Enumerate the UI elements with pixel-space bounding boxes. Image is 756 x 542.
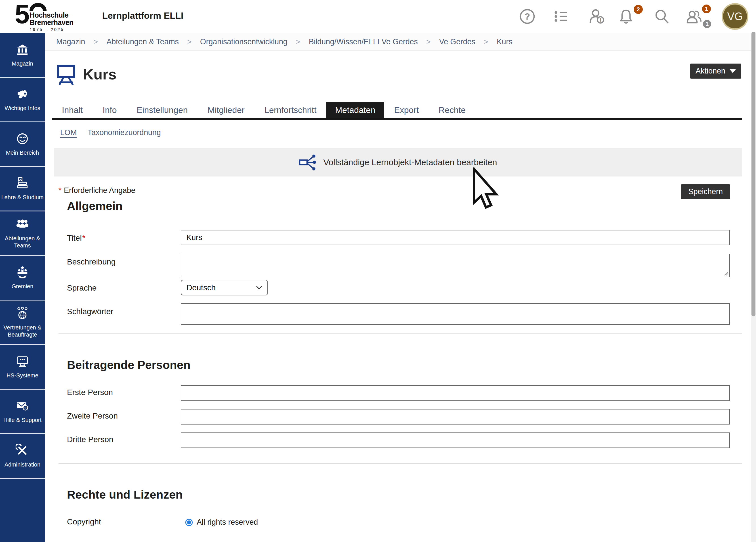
breadcrumb-item[interactable]: Kurs: [497, 37, 513, 46]
breadcrumb-separator: >: [484, 37, 488, 46]
avatar[interactable]: VG: [722, 3, 748, 30]
user-status-icon[interactable]: !: [589, 8, 606, 25]
required-hint: Erforderliche Angabe: [64, 186, 135, 195]
sidebar-item-hs-systeme[interactable]: HS-Systeme: [0, 345, 45, 390]
hochschule-bremerhaven-logo[interactable]: 5 Hochschule Bremerhaven 1975 – 2025: [15, 3, 73, 32]
logo-arch-zero: [30, 3, 47, 11]
section-divider: [58, 333, 742, 334]
required-asterisk: *: [58, 186, 62, 195]
breadcrumb-item[interactable]: Magazin: [56, 37, 85, 46]
tab-mitglieder[interactable]: Mitglieder: [198, 102, 255, 118]
field-label-titel: Titel*: [67, 230, 181, 245]
contacts-badge-bottom: 1: [703, 20, 711, 28]
sidebar-item-mein-bereich[interactable]: Mein Bereich: [0, 122, 45, 167]
contacts-icon[interactable]: [686, 8, 703, 25]
erste-person-input[interactable]: [181, 385, 730, 401]
sidebar-item-lehre-studium[interactable]: Lehre & Studium: [0, 167, 45, 211]
tab-bar: Inhalt Info Einstellungen Mitglieder Ler…: [52, 102, 742, 120]
titel-input[interactable]: [181, 230, 730, 245]
scrollbar-thumb[interactable]: [751, 32, 755, 316]
breadcrumb-item[interactable]: Organisationsentwicklung: [200, 37, 287, 46]
tab-info[interactable]: Info: [93, 102, 127, 118]
sidebar-item-label: Wichtige Infos: [5, 105, 40, 112]
svg-text:?: ?: [24, 406, 26, 410]
content-area: Magazin > Abteilungen & Teams > Organisa…: [45, 33, 756, 542]
sidebar-item-label: Administration: [5, 461, 41, 468]
field-label-schlagwoerter: Schlagwörter: [67, 303, 181, 325]
top-header-bar: 5 Hochschule Bremerhaven 1975 – 2025 Ler…: [0, 0, 756, 33]
sidebar: Magazin Wichtige Infos Mein Bereich Lehr…: [0, 33, 45, 542]
logo-years: 1975 – 2025: [30, 27, 73, 32]
breadcrumb-separator: >: [296, 37, 300, 46]
tab-rechte[interactable]: Rechte: [429, 102, 476, 118]
mouse-cursor: [472, 167, 499, 213]
logo-50-number: 5: [15, 3, 28, 32]
beschreibung-textarea[interactable]: [181, 254, 730, 277]
bell-badge: 2: [634, 5, 643, 14]
sidebar-item-label: Mein Bereich: [6, 149, 39, 156]
contacts-badge-top: 1: [702, 5, 711, 13]
app-root: 5 Hochschule Bremerhaven 1975 – 2025 Ler…: [0, 0, 756, 542]
course-board-icon: [57, 65, 75, 86]
sidebar-item-administration[interactable]: Administration: [0, 434, 45, 479]
svg-text:?: ?: [524, 11, 530, 22]
tab-lernfortschritt[interactable]: Lernfortschritt: [255, 102, 326, 118]
breadcrumb-item[interactable]: Abteilungen & Teams: [106, 37, 179, 46]
tab-einstellungen[interactable]: Einstellungen: [127, 102, 198, 118]
metadata-banner[interactable]: Vollständige Lernobjekt-Metadaten bearbe…: [54, 148, 742, 177]
sidebar-item-hilfe-support[interactable]: ? Hilfe & Support: [0, 390, 45, 434]
field-label-sprache: Sprache: [67, 280, 181, 295]
breadcrumb-item[interactable]: Ve Gerdes: [439, 37, 475, 46]
sidebar-item-label: Lehre & Studium: [1, 194, 44, 201]
app-title: Lernplattform ELLI: [102, 10, 183, 21]
save-button[interactable]: Speichern: [681, 184, 730, 199]
subtab-taxonomiezuordnung[interactable]: Taxonomiezuordnung: [88, 128, 161, 138]
list-menu-icon[interactable]: [552, 8, 569, 25]
sidebar-item-vertretungen[interactable]: Vertretungen & Beauftragte: [0, 301, 45, 345]
schlagwoerter-input[interactable]: [181, 303, 730, 325]
zweite-person-input[interactable]: [181, 409, 730, 425]
scrollbar-track[interactable]: [751, 32, 756, 542]
section-title-beitragende: Beitragende Personen: [54, 359, 742, 371]
breadcrumb-separator: >: [94, 37, 98, 46]
field-label-dritte-person: Dritte Person: [67, 432, 181, 448]
page-title: Kurs: [83, 66, 116, 83]
notifications-bell-icon[interactable]: [618, 8, 635, 25]
help-icon[interactable]: ?: [519, 8, 536, 25]
actions-button[interactable]: Aktionen: [690, 64, 741, 79]
breadcrumb-item[interactable]: Bildung/Wissen/ELLI Ve Gerdes: [309, 37, 418, 46]
sidebar-item-label: Vertretungen & Beauftragte: [1, 324, 44, 338]
actions-button-label: Aktionen: [696, 67, 725, 75]
sidebar-item-gremien[interactable]: Gremien: [0, 256, 45, 301]
resize-handle[interactable]: [723, 271, 728, 276]
caret-down-icon: [730, 69, 736, 73]
metadata-banner-label: Vollständige Lernobjekt-Metadaten bearbe…: [323, 157, 497, 167]
field-label-zweite-person: Zweite Person: [67, 409, 181, 425]
section-divider: [58, 463, 742, 464]
tab-export[interactable]: Export: [384, 102, 429, 118]
tab-inhalt[interactable]: Inhalt: [52, 102, 93, 118]
svg-text:!: !: [600, 17, 602, 23]
sidebar-item-label: Magazin: [12, 60, 33, 67]
subtab-bar: LOM Taxonomiezuordnung: [54, 128, 742, 138]
sprache-select-value: Deutsch: [186, 283, 216, 292]
share-nodes-icon: [299, 154, 318, 171]
sidebar-item-abteilungen-teams[interactable]: Abteilungen & Teams: [0, 211, 45, 256]
sidebar-item-label: Abteilungen & Teams: [1, 235, 44, 249]
sidebar-item-magazin[interactable]: Magazin: [0, 33, 45, 78]
breadcrumb-separator: >: [426, 37, 431, 46]
sprache-select[interactable]: Deutsch: [181, 280, 268, 295]
field-label-copyright: Copyright: [67, 517, 181, 527]
dritte-person-input[interactable]: [181, 432, 730, 448]
logo-line1: Hochschule: [30, 11, 73, 19]
copyright-radio-label: All rights reserved: [197, 518, 258, 527]
sidebar-item-wichtige-infos[interactable]: Wichtige Infos: [0, 78, 45, 122]
breadcrumb: Magazin > Abteilungen & Teams > Organisa…: [45, 33, 756, 51]
search-icon[interactable]: [653, 8, 670, 25]
logo-line2: Bremerhaven: [30, 19, 73, 26]
section-title-rechte-lizenzen: Rechte und Lizenzen: [54, 489, 742, 501]
copyright-radio[interactable]: [185, 519, 193, 526]
tab-metadaten[interactable]: Metadaten: [326, 102, 384, 118]
sidebar-item-label: Hilfe & Support: [3, 417, 42, 423]
subtab-lom[interactable]: LOM: [60, 128, 77, 138]
